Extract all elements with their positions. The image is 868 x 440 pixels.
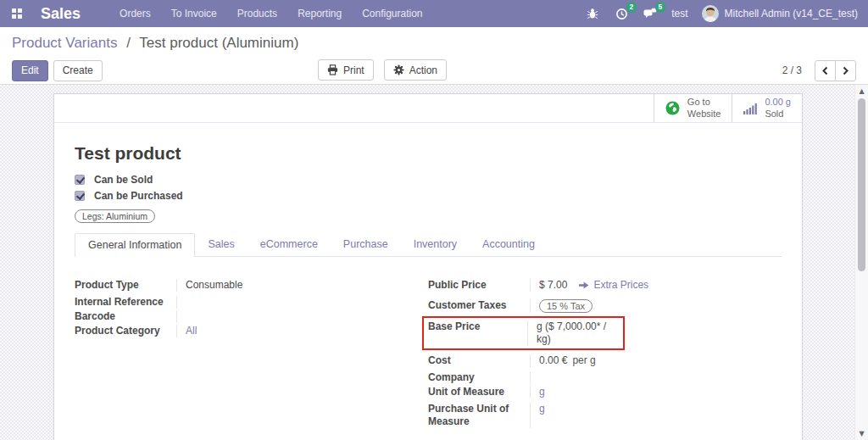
scroll-down-arrow[interactable]: ▼: [855, 430, 868, 437]
left-field-group: Product Type Consumable Internal Referen…: [75, 279, 428, 432]
tab-accounting[interactable]: Accounting: [470, 233, 548, 257]
go-to-website-line2: Website: [687, 109, 721, 120]
cost-row: Cost 0.00 €per g: [428, 354, 688, 367]
tab-sales[interactable]: Sales: [195, 233, 247, 257]
form-view-area: Go to Website 0.00 g Sold: [0, 85, 868, 440]
edit-button[interactable]: Edit: [12, 60, 48, 81]
menu-reporting[interactable]: Reporting: [287, 0, 352, 27]
message-count-badge: 5: [655, 2, 666, 13]
product-form-sheet: Go to Website 0.00 g Sold: [53, 93, 803, 440]
breadcrumb-parent-link[interactable]: Product Variants: [12, 35, 117, 51]
base-price-value: g ($ 7,000.00* / kg): [527, 320, 623, 346]
unit-of-measure-link[interactable]: g: [539, 386, 545, 398]
company-row: Company: [428, 371, 688, 384]
public-price-value: $ 7.00: [539, 279, 567, 291]
tab-general-information[interactable]: General Information: [75, 233, 195, 257]
tab-purchase[interactable]: Purchase: [331, 233, 401, 257]
control-panel-buttons: Edit Create Print: [12, 59, 856, 81]
user-menu[interactable]: Mitchell Admin (v14_CE_test): [702, 5, 858, 22]
globe-icon: [665, 101, 680, 115]
breadcrumb: Product Variants / Test product (Alumini…: [12, 35, 856, 52]
public-price-label: Public Price: [428, 279, 530, 292]
unit-of-measure-row: Unit of Measure g: [428, 386, 688, 398]
variant-tag: Legs: Aluminium: [75, 209, 155, 223]
vertical-scrollbar[interactable]: ▲ ▼: [854, 85, 868, 440]
menu-products[interactable]: Products: [227, 0, 287, 27]
public-price-row: Public Price $ 7.00Extra Prices: [428, 279, 688, 292]
app-brand[interactable]: Sales: [41, 5, 81, 23]
base-price-label: Base Price: [428, 320, 527, 346]
product-type-value: Consumable: [176, 279, 389, 292]
tab-inventory[interactable]: Inventory: [401, 233, 470, 257]
tab-ecommerce[interactable]: eCommerce: [248, 233, 331, 257]
can-be-purchased-checkbox[interactable]: [75, 191, 85, 201]
sold-stat-button[interactable]: 0.00 g Sold: [732, 94, 802, 122]
action-button[interactable]: Action: [384, 59, 447, 81]
customer-taxes-label: Customer Taxes: [428, 299, 530, 313]
chevron-left-icon: [821, 66, 829, 75]
product-category-label: Product Category: [75, 325, 176, 337]
apps-menu-button[interactable]: [7, 3, 27, 24]
internal-reference-row: Internal Reference: [75, 296, 389, 309]
bar-chart-icon: [743, 103, 757, 114]
apps-grid-icon: [12, 8, 22, 19]
general-information-groups: Product Type Consumable Internal Referen…: [75, 257, 782, 432]
product-type-row: Product Type Consumable: [75, 279, 389, 292]
extra-prices-link[interactable]: Extra Prices: [593, 279, 648, 291]
gear-icon: [393, 64, 404, 75]
unit-of-measure-label: Unit of Measure: [428, 386, 530, 398]
pager-counter: 2 / 3: [782, 64, 802, 76]
activities-button[interactable]: 2: [614, 6, 629, 21]
navbar-right: 2 5 test Mitchell Admin (v14_CE_test): [585, 5, 858, 22]
print-button[interactable]: Print: [318, 59, 374, 81]
menu-orders[interactable]: Orders: [109, 0, 161, 27]
purchase-uom-link[interactable]: g: [539, 403, 545, 415]
action-button-group: Print Action: [318, 59, 447, 81]
cost-value: 0.00 €: [539, 354, 567, 366]
scrollbar-thumb[interactable]: [858, 98, 865, 271]
button-box: Go to Website 0.00 g Sold: [54, 94, 802, 123]
menu-to-invoice[interactable]: To Invoice: [161, 0, 227, 27]
database-name: test: [671, 8, 687, 19]
control-panel: Product Variants / Test product (Alumini…: [0, 27, 868, 85]
customer-tax-pill: 15 % Tax: [539, 299, 593, 313]
top-menu-bar: Orders To Invoice Products Reporting Con…: [109, 0, 433, 27]
breadcrumb-separator: /: [126, 35, 131, 51]
chevron-right-icon: [842, 66, 849, 75]
product-category-link[interactable]: All: [186, 325, 197, 337]
sold-stat-value: 0.00 g: [765, 97, 791, 109]
arrow-right-icon: [579, 281, 589, 289]
pager-previous-button[interactable]: [815, 60, 836, 81]
create-button[interactable]: Create: [53, 60, 103, 81]
bug-icon: [587, 8, 598, 19]
scroll-up-arrow[interactable]: ▲: [855, 87, 868, 95]
barcode-row: Barcode: [75, 310, 389, 323]
printer-icon: [327, 64, 338, 75]
base-price-annotation-box: Base Price g ($ 7,000.00* / kg): [422, 316, 625, 350]
action-label: Action: [409, 64, 437, 76]
pager-next-button[interactable]: [835, 60, 856, 81]
sold-stat-label: Sold: [765, 109, 791, 120]
customer-taxes-row: Customer Taxes 15 % Tax: [428, 299, 688, 313]
pager: 2 / 3: [782, 60, 856, 81]
internal-reference-value: [176, 296, 389, 309]
go-to-website-button[interactable]: Go to Website: [654, 94, 732, 122]
user-avatar: [702, 5, 719, 22]
debug-bug-icon[interactable]: [585, 6, 600, 21]
internal-reference-label: Internal Reference: [75, 296, 176, 309]
can-be-sold-checkbox[interactable]: [75, 175, 85, 185]
company-label: Company: [428, 371, 530, 384]
purchase-uom-row: Purchase Unit of Measure g: [428, 403, 688, 428]
activity-count-badge: 2: [626, 2, 637, 13]
company-value: [530, 371, 688, 384]
menu-configuration[interactable]: Configuration: [352, 0, 432, 27]
product-title: Test product: [75, 143, 782, 164]
cost-label: Cost: [428, 354, 530, 367]
notebook-tabs: General Information Sales eCommerce Purc…: [75, 233, 782, 257]
barcode-value: [176, 310, 389, 323]
go-to-website-line1: Go to: [687, 97, 721, 109]
messages-button[interactable]: 5: [643, 6, 658, 21]
user-name: Mitchell Admin (v14_CE_test): [725, 8, 858, 19]
can-be-sold-label: Can be Sold: [94, 174, 153, 186]
purchase-uom-label: Purchase Unit of Measure: [428, 403, 530, 428]
